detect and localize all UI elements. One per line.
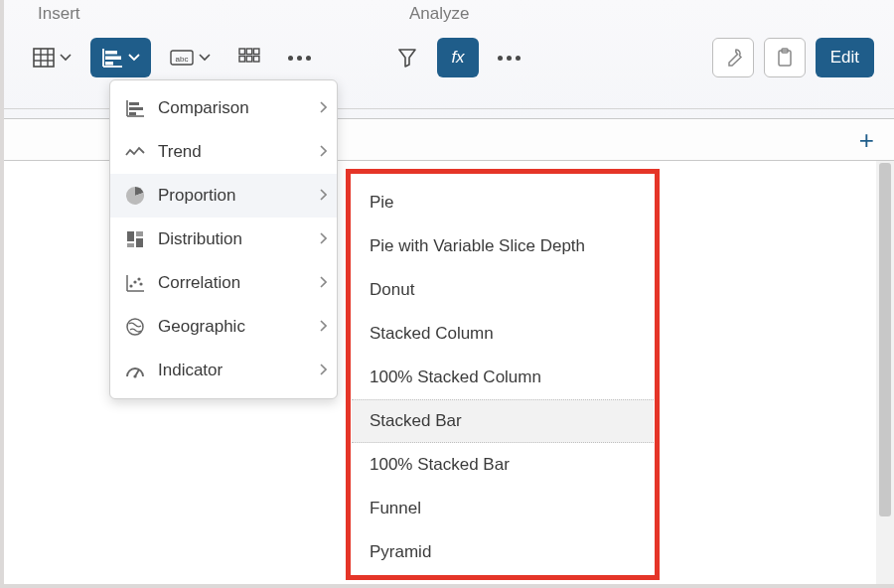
distribution-icon [124,228,146,250]
menu-item-indicator[interactable]: Indicator [110,349,337,392]
svg-rect-14 [253,49,259,55]
svg-point-32 [133,280,136,283]
insert-more-button[interactable] [279,38,320,77]
submenu-item-label: Pyramid [370,542,431,562]
submenu-item-label: Funnel [370,499,421,518]
menu-item-trend[interactable]: Trend [110,130,337,174]
scrollbar-thumb[interactable] [879,163,891,516]
chevron-right-icon [319,273,327,293]
toolbar-row: abc [24,38,874,77]
chevron-right-icon [319,186,327,206]
chevron-right-icon [319,361,327,380]
chevron-down-icon [128,54,140,62]
menu-item-label: Geographic [158,317,307,337]
grid-layout-icon [238,48,260,68]
svg-text:abc: abc [176,55,189,64]
submenu-item-pyramid[interactable]: Pyramid [352,530,654,574]
chevron-right-icon [319,317,327,337]
svg-rect-26 [136,231,143,236]
ellipsis-icon [498,56,521,61]
comparison-icon [124,97,146,119]
scatter-icon [124,272,146,294]
clipboard-button[interactable] [764,38,806,77]
svg-point-34 [139,282,142,285]
svg-point-31 [129,284,132,287]
chevron-right-icon [319,98,327,118]
submenu-item-stacked-bar[interactable]: Stacked Bar [352,399,654,443]
submenu-item-pie[interactable]: Pie [352,181,654,224]
chevron-right-icon [319,142,327,162]
menu-item-correlation[interactable]: Correlation [110,261,337,305]
svg-rect-13 [246,49,252,55]
svg-point-35 [127,319,143,335]
funnel-icon [397,48,417,68]
trend-icon [124,141,146,163]
svg-rect-27 [136,238,143,247]
insert-grid-button[interactable] [229,38,269,77]
edit-button[interactable]: Edit [816,38,874,77]
analyze-more-button[interactable] [489,38,529,77]
ellipsis-icon [288,56,311,61]
globe-icon [124,316,146,338]
menu-item-label: Distribution [158,229,307,249]
submenu-item-donut[interactable]: Donut [352,268,654,312]
chart-category-menu: Comparison Trend Proportion [109,79,338,399]
insert-table-button[interactable] [24,38,80,77]
menu-item-distribution[interactable]: Distribution [110,218,337,261]
gauge-icon [124,360,146,381]
svg-rect-17 [253,57,259,63]
section-label-analyze: Analyze [409,4,469,24]
submenu-item-label: Pie [370,193,394,213]
svg-point-37 [133,374,136,377]
svg-point-33 [137,277,140,280]
menu-item-geographic[interactable]: Geographic [110,305,337,349]
submenu-item-label: Pie with Variable Slice Depth [370,236,585,256]
fx-icon: fx [451,48,464,68]
add-page-button[interactable]: + [859,125,874,156]
svg-rect-22 [129,102,139,105]
submenu-item-funnel[interactable]: Funnel [352,487,654,530]
svg-rect-8 [105,57,121,61]
insert-chart-button[interactable] [90,38,151,77]
chevron-down-icon [199,54,211,62]
clipboard-icon [776,48,794,68]
menu-item-label: Comparison [158,98,307,118]
filter-button[interactable] [387,38,427,77]
svg-rect-24 [129,112,136,115]
section-label-insert: Insert [38,4,80,24]
proportion-submenu: Pie Pie with Variable Slice Depth Donut … [352,175,654,586]
menu-item-comparison[interactable]: Comparison [110,86,337,130]
app-frame: Insert Analyze [0,0,894,588]
insert-text-button[interactable]: abc [161,38,220,77]
svg-rect-15 [239,57,245,63]
edit-label: Edit [830,48,859,68]
submenu-item-stacked-column[interactable]: Stacked Column [352,312,654,356]
svg-rect-7 [105,51,117,55]
fx-button[interactable]: fx [437,38,479,77]
submenu-item-pie-variable[interactable]: Pie with Variable Slice Depth [352,224,654,268]
submenu-item-label: Stacked Column [370,324,494,344]
svg-rect-16 [246,57,252,63]
submenu-item-label: Stacked Bar [370,411,462,431]
table-icon [33,48,55,68]
svg-rect-9 [105,62,113,66]
submenu-item-label: Donut [370,280,414,300]
chevron-right-icon [319,229,327,249]
submenu-item-100-stacked-column[interactable]: 100% Stacked Column [352,356,654,399]
text-field-icon: abc [170,50,194,66]
chevron-down-icon [60,54,72,62]
svg-rect-28 [127,243,134,247]
menu-item-label: Correlation [158,273,307,293]
menu-item-label: Trend [158,142,307,162]
menu-item-proportion[interactable]: Proportion [110,174,337,218]
submenu-item-label: 100% Stacked Column [370,368,541,387]
svg-rect-23 [129,107,143,110]
submenu-item-label: 100% Stacked Bar [370,455,510,475]
submenu-item-100-stacked-bar[interactable]: 100% Stacked Bar [352,443,654,487]
wrench-button[interactable] [712,38,754,77]
svg-rect-25 [127,231,134,241]
bar-chart-icon [101,48,123,68]
pie-icon [124,185,146,207]
wrench-icon [723,48,743,68]
svg-rect-0 [34,49,54,67]
